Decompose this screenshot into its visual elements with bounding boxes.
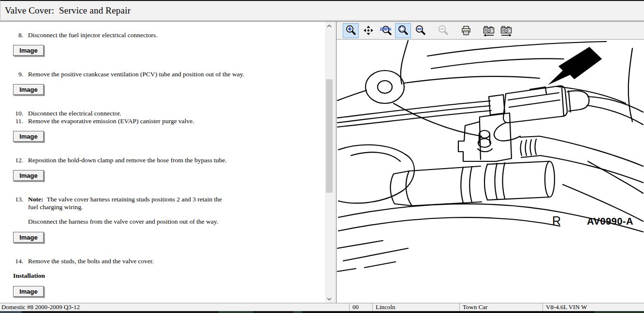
doc-scrollbar[interactable] xyxy=(325,22,334,303)
zoom-in-button[interactable] xyxy=(343,23,359,38)
next-image-camera-icon xyxy=(500,24,512,37)
step-text: Note:The valve cover harness retaining s… xyxy=(28,196,231,211)
svg-text:100%: 100% xyxy=(380,26,392,31)
step-9: 9. Remove the positive crankcase ventila… xyxy=(0,71,325,78)
zoom-out-icon xyxy=(438,25,449,36)
zoom-in-icon xyxy=(345,25,357,36)
step-text: Remove the studs, the bolts and the valv… xyxy=(28,257,154,265)
step-12: 12. Reposition the hold-down clamp and r… xyxy=(0,156,325,164)
step-number: 13. xyxy=(0,196,23,211)
prev-image-camera-icon xyxy=(483,24,495,37)
step-13: 13. Note:The valve cover harness retaini… xyxy=(0,196,325,211)
zoom-width-button[interactable] xyxy=(412,23,428,38)
step-text: Remove the positive crankcase ventilatio… xyxy=(28,71,244,78)
image-button-3[interactable]: Image xyxy=(13,131,44,142)
taskbar-edge xyxy=(0,311,644,313)
image-button-4[interactable]: Image xyxy=(13,170,44,181)
status-bar: Domestic #8 2000-2009 Q3-12 00 Lincoln T… xyxy=(0,303,644,311)
step-number: 10. xyxy=(0,110,23,117)
pan-button[interactable] xyxy=(360,23,376,38)
status-cell-code: 00 xyxy=(350,303,373,311)
zoom-out-button[interactable] xyxy=(435,23,451,38)
zoom-100-icon: 100% xyxy=(380,25,392,36)
image-button-5[interactable]: Image xyxy=(13,232,44,243)
step-number: 9. xyxy=(0,71,23,78)
next-image-button[interactable] xyxy=(498,23,514,38)
step-text: Reposition the hold-down clamp and remov… xyxy=(28,156,227,164)
status-cell-catalog: Domestic #8 2000-2009 Q3-12 xyxy=(0,303,350,311)
viewer-toolbar: 100% xyxy=(337,22,644,40)
image-button-1[interactable]: Image xyxy=(13,45,44,56)
pan-icon xyxy=(363,25,374,36)
zoom-100-button[interactable]: 100% xyxy=(378,23,394,38)
content-area: 8. Disconnect the fuel injector electric… xyxy=(0,21,644,303)
step-14: 14. Remove the studs, the bolts and the … xyxy=(0,257,325,265)
print-icon xyxy=(460,25,472,36)
app-window: Valve Cover: Service and Repair 8. Disco… xyxy=(0,0,644,313)
step-11: 11. Remove the evaporative emission (EVA… xyxy=(0,117,325,125)
diagram-ref-letter: R xyxy=(552,214,561,228)
step-group-10-11: 10. Disconnect the electrical connector.… xyxy=(0,110,325,125)
step-13-paragraph: Disconnect the harness from the valve co… xyxy=(28,218,299,226)
scrollbar-thumb[interactable] xyxy=(326,79,333,193)
status-cell-model: Town Car xyxy=(460,303,543,311)
step-number: 8. xyxy=(0,31,23,39)
page-title: Valve Cover: Service and Repair xyxy=(0,5,131,16)
image-viewer-panel: 100% xyxy=(337,22,644,303)
procedure-panel: 8. Disconnect the fuel injector electric… xyxy=(0,22,325,303)
step-text: Disconnect the fuel injector electrical … xyxy=(28,31,158,39)
note-label: Note: xyxy=(28,196,46,203)
status-cell-engine: V8-4.6L VIN W xyxy=(543,303,644,311)
zoom-fit-button[interactable] xyxy=(395,23,411,38)
zoom-width-icon xyxy=(415,25,426,36)
engine-diagram: R AV0990-A xyxy=(337,40,644,303)
scroll-down-arrow-icon[interactable] xyxy=(325,295,334,303)
diagram-figure-label: AV0990-A xyxy=(587,216,633,227)
zoom-fit-icon xyxy=(397,25,409,36)
image-button-2[interactable]: Image xyxy=(13,84,44,95)
scroll-up-arrow-icon[interactable] xyxy=(325,22,334,30)
step-number: 12. xyxy=(0,156,23,164)
step-text: Remove the evaporative emission (EVAP) c… xyxy=(28,117,194,125)
step-text: Disconnect the electrical connector. xyxy=(28,110,121,117)
title-bar: Valve Cover: Service and Repair xyxy=(0,0,644,21)
status-cell-make: Lincoln xyxy=(373,303,460,311)
step-8: 8. Disconnect the fuel injector electric… xyxy=(0,31,325,39)
installation-heading: Installation xyxy=(13,272,325,280)
step-number: 11. xyxy=(0,117,23,125)
note-text: The valve cover harness retaining studs … xyxy=(28,196,222,211)
print-button[interactable] xyxy=(458,23,474,38)
step-10: 10. Disconnect the electrical connector. xyxy=(0,110,325,117)
image-button-6[interactable]: Image xyxy=(13,286,44,297)
diagram-viewport[interactable]: R AV0990-A xyxy=(337,40,644,303)
step-number: 14. xyxy=(0,257,23,265)
prev-image-button[interactable] xyxy=(481,23,497,38)
